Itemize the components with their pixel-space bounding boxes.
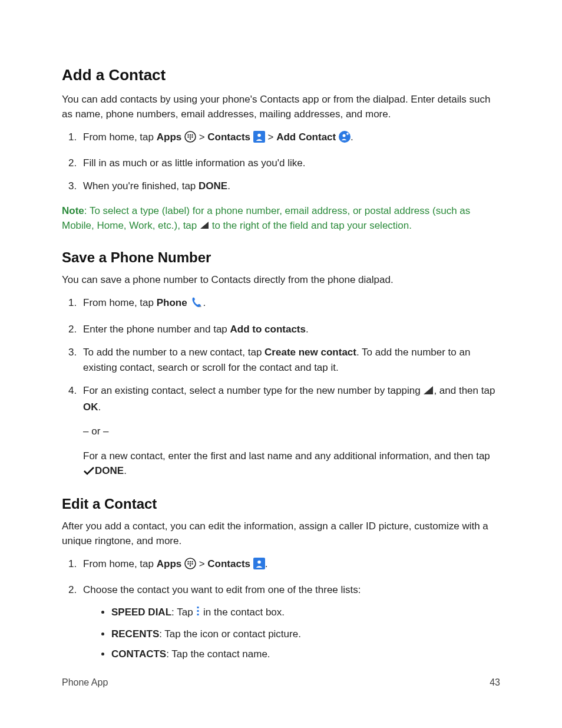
svg-point-4 xyxy=(187,137,189,138)
intro-add-contact: You can add contacts by using your phone… xyxy=(62,93,500,121)
text: . xyxy=(98,401,101,413)
text: . xyxy=(124,465,127,476)
edit-sublist: SPEED DIAL: Tap in the contact box. RECE… xyxy=(83,603,500,664)
svg-point-19 xyxy=(190,565,191,566)
text: , and then tap xyxy=(434,385,495,396)
label-apps: Apps xyxy=(157,558,182,569)
step-2-edit: Choose the contact you want to edit from… xyxy=(80,582,500,664)
text: . xyxy=(351,131,353,143)
step-3-save: To add the number to a new contact, tap … xyxy=(80,345,500,375)
heading-add-contact: Add a Contact xyxy=(62,66,500,84)
label-create-new-contact: Create new contact xyxy=(265,347,356,358)
text: Enter the phone number and tap xyxy=(83,324,230,335)
label-contacts: Contacts xyxy=(207,131,250,143)
text: . xyxy=(265,558,268,569)
label-contacts-tab: CONTACTS xyxy=(111,648,166,660)
step-2-save: Enter the phone number and tap Add to co… xyxy=(80,322,500,337)
label-phone: Phone xyxy=(157,297,187,308)
svg-rect-23 xyxy=(197,610,199,612)
heading-save-number: Save a Phone Number xyxy=(62,249,500,266)
svg-point-2 xyxy=(190,134,191,136)
svg-point-9 xyxy=(257,134,261,137)
svg-point-14 xyxy=(190,561,191,562)
step-4-save: For an existing contact, select a number… xyxy=(80,383,500,480)
add-contact-icon xyxy=(339,131,351,147)
svg-point-21 xyxy=(257,561,261,564)
svg-point-18 xyxy=(191,564,193,565)
text: to the right of the field and tap your s… xyxy=(209,220,412,231)
text: From home, tap xyxy=(83,131,157,143)
bullet-contacts: CONTACTS: Tap the contact name. xyxy=(111,645,500,664)
step-4-alt: For a new contact, enter the first and l… xyxy=(83,449,500,480)
intro-save-number: You can save a phone number to Contacts … xyxy=(62,273,500,288)
text: in the contact box. xyxy=(200,607,285,618)
or-divider: – or – xyxy=(83,424,500,439)
label-speed-dial: SPEED DIAL xyxy=(111,607,171,618)
bullet-speed-dial: SPEED DIAL: Tap in the contact box. xyxy=(111,603,500,623)
text: . xyxy=(227,180,230,192)
page-footer: Phone App 43 xyxy=(62,677,500,688)
step-1-save: From home, tap Phone . xyxy=(80,295,500,314)
text: For a new contact, enter the first and l… xyxy=(83,450,490,462)
svg-rect-24 xyxy=(197,614,199,615)
svg-point-15 xyxy=(191,561,193,562)
text: Choose the contact you want to edit from… xyxy=(83,584,361,595)
step-3-add: When you're finished, tap DONE. xyxy=(80,179,500,194)
label-recents: RECENTS xyxy=(111,628,159,640)
phone-icon xyxy=(190,296,203,314)
note-add-contact: Note: To select a type (label) for a pho… xyxy=(62,203,500,234)
text: : Tap xyxy=(171,607,196,618)
text: When you're finished, tap xyxy=(83,180,199,192)
text: > xyxy=(268,131,277,143)
page-content: Add a Contact You can add contacts by us… xyxy=(0,0,562,664)
intro-edit-contact: After you add a contact, you can edit th… xyxy=(62,519,500,548)
heading-edit-contact: Edit a Contact xyxy=(62,496,500,512)
text: . xyxy=(306,324,309,335)
step-2-add: Fill in as much or as little information… xyxy=(80,156,500,171)
text: > xyxy=(196,558,207,569)
dropdown-triangle-icon xyxy=(423,384,434,400)
svg-point-16 xyxy=(187,564,189,565)
label-apps: Apps xyxy=(157,131,182,143)
label-add-to-contacts: Add to contacts xyxy=(230,324,306,335)
note-label: Note xyxy=(62,205,84,216)
text: . xyxy=(203,297,206,308)
text: From home, tap xyxy=(83,558,157,569)
svg-point-13 xyxy=(187,561,189,562)
svg-point-5 xyxy=(190,137,191,138)
footer-page-number: 43 xyxy=(490,677,500,688)
text: To add the number to a new contact, tap xyxy=(83,347,265,358)
checkmark-icon xyxy=(83,465,95,480)
svg-point-7 xyxy=(190,139,191,140)
apps-icon xyxy=(184,558,196,574)
step-1-edit: From home, tap Apps > Contacts . xyxy=(80,556,500,574)
svg-point-1 xyxy=(187,134,189,136)
contacts-icon xyxy=(253,558,265,574)
svg-point-3 xyxy=(191,134,193,136)
label-add-contact: Add Contact xyxy=(276,131,336,143)
label-done: DONE xyxy=(199,180,227,192)
steps-edit-contact: From home, tap Apps > Contacts . Choose … xyxy=(62,556,500,664)
text: > xyxy=(196,131,207,143)
text: : Tap the icon or contact picture. xyxy=(159,628,301,640)
step-1-add: From home, tap Apps > Contacts > Add Con… xyxy=(80,130,500,147)
footer-section-name: Phone App xyxy=(62,677,108,688)
contacts-icon xyxy=(253,131,265,147)
svg-rect-22 xyxy=(197,607,199,608)
label-done: DONE xyxy=(95,465,124,476)
svg-point-6 xyxy=(191,137,193,138)
dropdown-triangle-icon xyxy=(200,219,209,234)
svg-point-11 xyxy=(342,134,345,137)
steps-add-contact: From home, tap Apps > Contacts > Add Con… xyxy=(62,130,500,194)
steps-save-number: From home, tap Phone . Enter the phone n… xyxy=(62,295,500,480)
apps-icon xyxy=(184,131,196,147)
bullet-recents: RECENTS: Tap the icon or contact picture… xyxy=(111,625,500,644)
label-ok: OK xyxy=(83,401,98,413)
text: For an existing contact, select a number… xyxy=(83,385,423,396)
label-contacts: Contacts xyxy=(207,558,250,569)
text: From home, tap xyxy=(83,297,157,308)
text: : Tap the contact name. xyxy=(166,648,270,660)
svg-point-17 xyxy=(190,564,191,565)
